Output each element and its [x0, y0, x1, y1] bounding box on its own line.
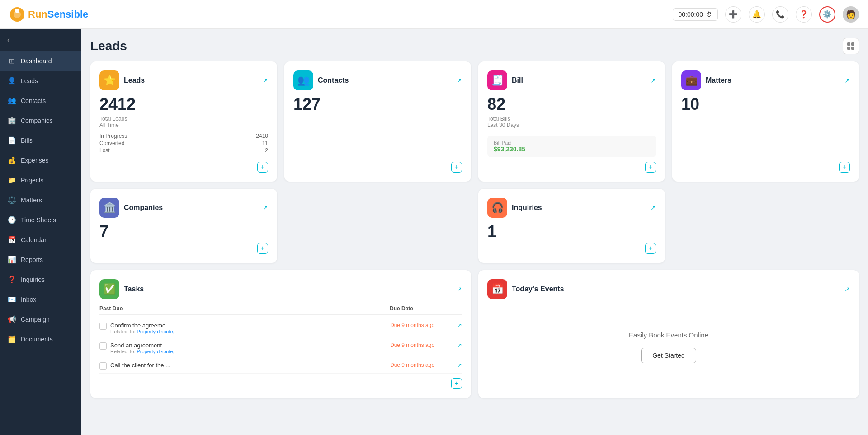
task-due: Due 9 months ago	[390, 342, 453, 348]
task-external-link-icon[interactable]: ↗	[457, 322, 462, 329]
inquiries-add-button[interactable]: +	[645, 243, 656, 254]
tasks-card-title: Tasks	[124, 285, 144, 293]
cards-grid: ⭐ Leads ↗ 2412 Total Leads All Time In P…	[90, 61, 859, 182]
matters-card-number: 10	[681, 95, 850, 114]
sidebar-item-matters[interactable]: ⚖️ Matters	[0, 190, 81, 210]
events-empty-text: Easily Book Events Online	[629, 331, 708, 339]
tasks-col-due-header: Due Date	[390, 305, 462, 312]
bill-card-subtitle: Total Bills Last 30 Days	[487, 116, 656, 128]
sidebar-item-leads[interactable]: 👤 Leads	[0, 71, 81, 91]
sidebar-collapse-button[interactable]: ‹	[0, 29, 81, 51]
inquiries-card-bottom: +	[487, 243, 656, 254]
companies-icon: 🏢	[7, 116, 16, 125]
events-card-icon: 📅	[487, 279, 507, 299]
sidebar-item-reports[interactable]: 📊 Reports	[0, 250, 81, 270]
sidebar-item-label: Reports	[21, 256, 43, 263]
contacts-card-link-icon[interactable]: ↗	[457, 77, 462, 84]
page-header: Leads	[90, 38, 859, 54]
leads-add-button[interactable]: +	[257, 162, 268, 173]
matters-card-header: 💼 Matters ↗	[681, 70, 850, 90]
tasks-col-past-header: Past Due	[99, 305, 381, 312]
sidebar-item-campaign[interactable]: 📢 Campaign	[0, 309, 81, 329]
tasks-add-button[interactable]: +	[451, 378, 462, 389]
bill-card-bottom: +	[487, 162, 656, 173]
sidebar-item-inbox[interactable]: ✉️ Inbox	[0, 290, 81, 309]
leads-card-title-row: ⭐ Leads	[99, 70, 145, 90]
avatar[interactable]: 🧑	[843, 6, 859, 23]
tasks-card-link-icon[interactable]: ↗	[457, 285, 462, 293]
contacts-card-title: Contacts	[318, 76, 349, 84]
matters-icon: ⚖️	[7, 196, 16, 205]
task-related-link[interactable]: Property dispute,	[137, 329, 175, 334]
tasks-header: ✅ Tasks ↗	[99, 279, 462, 299]
task-due: Due 9 months ago	[390, 362, 453, 368]
bill-paid-value: $93,230.85	[494, 145, 650, 153]
leads-card-link-icon[interactable]: ↗	[263, 77, 268, 84]
inquiries-card-link-icon[interactable]: ↗	[651, 204, 656, 211]
task-name: Call the client for the ...	[110, 362, 387, 369]
task-row: Call the client for the ... Due 9 months…	[99, 358, 462, 374]
task-external-link-icon[interactable]: ↗	[457, 342, 462, 349]
sidebar-item-timesheets[interactable]: 🕐 Time Sheets	[0, 210, 81, 230]
bill-card: 🧾 Bill ↗ 82 Total Bills Last 30 Days Bil…	[478, 61, 665, 182]
task-checkbox[interactable]	[99, 323, 107, 330]
sidebar-item-expenses[interactable]: 💰 Expenses	[0, 150, 81, 170]
sidebar-item-label: Expenses	[21, 157, 48, 164]
companies-card-title: Companies	[124, 204, 163, 212]
timer-box[interactable]: 00:00:00 ⏱	[673, 8, 718, 21]
sidebar-item-label: Documents	[21, 336, 53, 343]
settings-icon[interactable]: ⚙️	[819, 6, 835, 23]
leads-card-header: ⭐ Leads ↗	[99, 70, 268, 90]
sidebar-item-contacts[interactable]: 👥 Contacts	[0, 91, 81, 111]
customize-button[interactable]	[843, 38, 859, 54]
get-started-button[interactable]: Get Started	[641, 348, 696, 363]
sidebar-item-label: Contacts	[21, 97, 46, 104]
matters-card-title: Matters	[706, 76, 731, 84]
matters-add-button[interactable]: +	[839, 162, 850, 173]
companies-card-number: 7	[99, 222, 268, 241]
sidebar-item-bills[interactable]: 📄 Bills	[0, 131, 81, 150]
notification-bell-icon[interactable]: 🔔	[749, 6, 765, 23]
sidebar-item-calendar[interactable]: 📅 Calendar	[0, 230, 81, 250]
leads-card-stats: In Progress 2410 Converted 11 Lost 2	[99, 133, 268, 154]
leads-card-bottom: +	[99, 162, 268, 173]
contacts-add-button[interactable]: +	[451, 162, 462, 173]
bill-card-link-icon[interactable]: ↗	[651, 77, 656, 84]
help-icon[interactable]: ❓	[796, 6, 812, 23]
contacts-card-icon: 👥	[293, 70, 313, 90]
inquiries-card-header: 🎧 Inquiries ↗	[487, 198, 656, 218]
tasks-title-row: ✅ Tasks	[99, 279, 144, 299]
svg-point-2	[15, 9, 19, 13]
bill-card-title-row: 🧾 Bill	[487, 70, 523, 90]
sidebar-item-inquiries[interactable]: ❓ Inquiries	[0, 270, 81, 290]
tasks-list-header: Past Due Due Date	[99, 305, 462, 315]
phone-icon[interactable]: 📞	[772, 6, 788, 23]
task-content: Send an agreement Related To: Property d…	[110, 342, 387, 354]
reports-icon: 📊	[7, 255, 16, 264]
sidebar-item-companies[interactable]: 🏢 Companies	[0, 111, 81, 131]
task-checkbox[interactable]	[99, 362, 107, 370]
bill-paid-label: Bill Paid	[494, 140, 650, 145]
sidebar-item-label: Calendar	[21, 236, 47, 243]
sidebar-item-label: Matters	[21, 196, 42, 204]
matters-card-bottom: +	[681, 162, 850, 173]
svg-rect-5	[847, 47, 850, 50]
bill-add-button[interactable]: +	[645, 162, 656, 173]
task-related: Related To: Property dispute,	[110, 329, 387, 334]
leads-stat-inprogress: In Progress 2410	[99, 133, 268, 139]
sidebar-item-dashboard[interactable]: ⊞ Dashboard	[0, 51, 81, 71]
companies-card-link-icon[interactable]: ↗	[263, 204, 268, 211]
bills-icon: 📄	[7, 136, 16, 145]
sidebar-item-label: Inquiries	[21, 276, 45, 283]
companies-add-button[interactable]: +	[257, 243, 268, 254]
matters-card-link-icon[interactable]: ↗	[844, 77, 850, 84]
companies-card-icon: 🏛️	[99, 198, 119, 218]
events-card-link-icon[interactable]: ↗	[844, 285, 850, 293]
task-related-link[interactable]: Property dispute,	[137, 349, 175, 354]
projects-icon: 📁	[7, 176, 16, 185]
sidebar-item-documents[interactable]: 🗂️ Documents	[0, 329, 81, 349]
add-button[interactable]: ➕	[725, 6, 741, 23]
task-external-link-icon[interactable]: ↗	[457, 362, 462, 369]
task-checkbox[interactable]	[99, 342, 107, 350]
sidebar-item-projects[interactable]: 📁 Projects	[0, 170, 81, 190]
